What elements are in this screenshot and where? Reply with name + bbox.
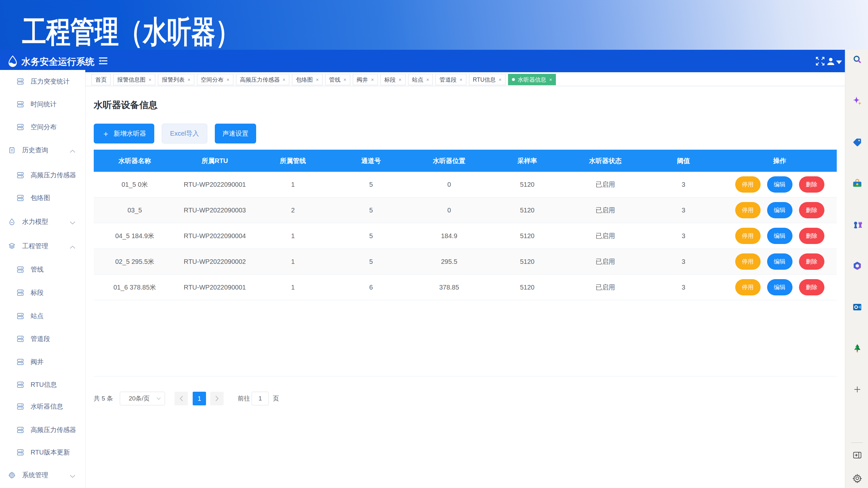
tab-3[interactable]: 报警列表× [158,74,194,85]
tab-12[interactable]: RTU信息× [469,74,505,85]
tab-4[interactable]: 空间分布× [197,74,234,85]
tree-icon[interactable] [852,344,862,353]
column-header-6: 采样率 [488,157,566,165]
tab-8[interactable]: 阀井× [353,74,378,85]
stop-button[interactable]: 停用 [735,202,761,218]
shopping-icon[interactable] [852,137,862,147]
edit-button[interactable]: 编辑 [767,202,793,218]
add-hydrophone-button[interactable]: ＋ 新增水听器 [94,124,154,143]
tab-close-icon[interactable]: × [426,77,429,82]
cell: 5 [332,232,410,240]
tab-2[interactable]: 报警信息图× [113,74,155,85]
edit-button[interactable]: 编辑 [767,176,793,193]
settings-icon[interactable] [852,474,862,483]
user-menu-caret-icon[interactable] [836,60,842,63]
app-logo-water-drop-icon [7,55,18,67]
tab-close-icon[interactable]: × [460,77,463,82]
edit-button[interactable]: 编辑 [767,279,793,295]
stop-button[interactable]: 停用 [735,176,761,193]
tab-6[interactable]: 包络图× [292,74,322,85]
tab-11[interactable]: 管道段× [435,74,466,85]
sidebar-item-13[interactable]: 阀井 [0,350,85,373]
sidebar-item-12[interactable]: 管道段 [0,327,85,350]
sidebar-item-7[interactable]: 水力模型 [0,210,85,233]
prev-page-button[interactable] [175,392,188,405]
sidebar-item-17[interactable]: RTU版本更新 [0,441,85,464]
sidebar-item-3[interactable]: 空间分布 [0,116,85,138]
tab-close-icon[interactable]: × [499,77,501,82]
tab-close-icon[interactable]: × [226,77,229,82]
delete-button[interactable]: 删除 [799,202,825,218]
sidebar-collapse-icon[interactable] [99,57,108,65]
sidebar-item-label: 工程管理 [22,242,48,251]
row-actions: 停用 编辑 删除 [722,176,837,193]
sidebar-item-6[interactable]: 包络图 [0,187,85,209]
sidebar-item-18[interactable]: 系统管理 [0,464,85,486]
goto-page-input[interactable] [252,392,269,405]
copilot-icon[interactable] [852,96,862,105]
cell: 378.85 [410,284,488,291]
sidebar-item-11[interactable]: 站点 [0,304,85,327]
edge-browser-sidebar [845,50,868,488]
sidebar-item-1[interactable]: 压力突变统计 [0,70,85,93]
tab-7[interactable]: 管线× [325,74,350,85]
next-page-button[interactable] [210,392,224,405]
delete-button[interactable]: 删除 [799,228,825,244]
tab-10[interactable]: 站点× [408,74,433,85]
stop-button[interactable]: 停用 [735,254,761,270]
cell: 3 [644,206,722,214]
microsoft-365-icon[interactable] [852,261,862,270]
row-actions: 停用 编辑 删除 [722,279,837,295]
tab-close-icon[interactable]: × [343,77,346,82]
sidebar-item-16[interactable]: 高频压力传感器 [0,418,85,441]
sidebar-item-2[interactable]: 时间统计 [0,93,85,116]
tab-13[interactable]: 水听器信息× [508,74,556,85]
tools-icon[interactable] [852,178,862,188]
delete-button[interactable]: 删除 [799,279,825,295]
tab-label: 空间分布 [201,76,224,84]
sidebar-panel-icon[interactable] [852,450,862,459]
sidebar-item-10[interactable]: 标段 [0,281,85,304]
search-icon[interactable] [852,55,862,64]
user-avatar-icon[interactable] [827,57,835,66]
sound-speed-button[interactable]: 声速设置 [215,124,256,143]
tab-close-icon[interactable]: × [549,77,552,82]
tab-1[interactable]: 首页 [91,74,111,85]
page-size-select[interactable]: 20条/页 [120,392,165,405]
column-header-4: 通道号 [332,157,410,165]
server-icon [17,313,24,320]
edit-button[interactable]: 编辑 [767,254,793,270]
tab-label: 首页 [95,76,107,84]
pagination-total: 共 5 条 [94,394,113,403]
row-actions: 停用 编辑 删除 [722,254,837,270]
tab-close-icon[interactable]: × [149,77,152,82]
sidebar-item-label: 高频压力传感器 [31,426,76,434]
current-page-button[interactable]: 1 [193,392,206,405]
sidebar-item-9[interactable]: 管线 [0,258,85,281]
stop-button[interactable]: 停用 [735,279,761,295]
tab-close-icon[interactable]: × [399,77,402,82]
tab-close-icon[interactable]: × [316,77,319,82]
delete-button[interactable]: 删除 [799,176,825,193]
sidebar-item-14[interactable]: RTU信息 [0,373,85,396]
delete-button[interactable]: 删除 [799,254,825,270]
tab-close-icon[interactable]: × [371,77,374,82]
sidebar-item-4[interactable]: 历史查询 [0,139,85,161]
outlook-icon[interactable] [852,302,862,311]
games-icon[interactable] [852,220,862,229]
edit-button[interactable]: 编辑 [767,228,793,244]
sidebar-item-label: 时间统计 [31,100,57,109]
tab-5[interactable]: 高频压力传感器× [236,74,289,85]
sidebar-item-5[interactable]: 高频压力传感器 [0,164,85,187]
column-header-7: 水听器状态 [566,157,644,165]
excel-import-button[interactable]: Excel导入 [162,124,207,143]
tab-close-icon[interactable]: × [282,77,285,82]
sidebar-item-8[interactable]: 工程管理 [0,234,85,257]
tab-9[interactable]: 标段× [380,74,405,85]
tab-close-icon[interactable]: × [187,77,190,82]
add-icon[interactable] [852,385,862,394]
tab-label: 高频压力传感器 [240,76,280,84]
fullscreen-icon[interactable] [815,56,825,66]
stop-button[interactable]: 停用 [735,228,761,244]
sidebar-item-15[interactable]: 水听器信息 [0,395,85,418]
